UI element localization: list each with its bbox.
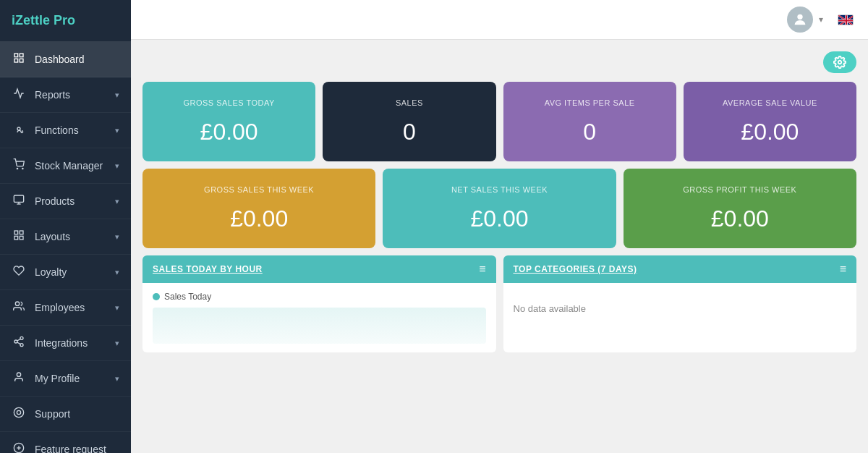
card-title-sales: SALES — [396, 98, 423, 107]
sidebar-item-loyalty[interactable]: Loyalty ▾ — [0, 255, 131, 290]
card-gross-sales-week: GROSS SALES THIS WEEK £0.00 — [142, 169, 375, 248]
loyalty-icon — [12, 265, 26, 279]
layouts-icon — [12, 229, 26, 244]
sidebar-label-dashboard: Dashboard — [35, 54, 85, 65]
svg-point-5 — [17, 168, 17, 169]
sidebar-item-support[interactable]: Support — [0, 397, 131, 432]
sidebar-label-loyalty: Loyalty — [35, 266, 67, 278]
card-title-net-sales-week: NET SALES THIS WEEK — [451, 185, 548, 194]
card-value-avg-items-per-sale: 0 — [583, 119, 596, 145]
settings-bar — [142, 51, 856, 73]
topbar: ▾ — [131, 0, 868, 40]
sidebar-label-integrations: Integrations — [35, 337, 88, 349]
card-title-avg-items-per-sale: AVG ITEMS PER SALE — [545, 98, 635, 107]
card-value-average-sale-value: £0.00 — [741, 119, 799, 145]
dashboard-icon — [12, 52, 26, 67]
card-value-gross-profit-week: £0.00 — [711, 206, 769, 232]
chart-menu-icon-top-categories[interactable]: ≡ — [840, 263, 846, 276]
svg-rect-0 — [14, 54, 18, 57]
card-title-gross-sales-week: GROSS SALES THIS WEEK — [204, 185, 314, 194]
chart-body-sales-by-hour: Sales Today — [142, 283, 496, 352]
chevron-icon-products: ▾ — [115, 197, 119, 206]
chart-header-top-categories: TOP CATEGORIES (7 DAYS) ≡ — [503, 255, 857, 283]
chart-title-top-categories[interactable]: TOP CATEGORIES (7 DAYS) — [514, 264, 637, 274]
sidebar-item-reports[interactable]: Reports ▾ — [0, 77, 131, 113]
svg-line-19 — [17, 339, 21, 341]
chevron-icon-integrations: ▾ — [115, 339, 119, 348]
legend-label-sales-by-hour: Sales Today — [164, 292, 211, 302]
chart-title-sales-by-hour[interactable]: SALES TODAY BY HOUR — [153, 264, 263, 274]
sidebar-item-employees[interactable]: Employees ▾ — [0, 290, 131, 326]
products-icon — [12, 194, 26, 208]
svg-point-20 — [17, 373, 20, 376]
sidebar-item-feature-request[interactable]: Feature request — [0, 432, 131, 453]
sidebar-item-dashboard[interactable]: Dashboard — [0, 42, 131, 77]
sidebar-label-support: Support — [35, 408, 70, 420]
user-avatar[interactable] — [787, 7, 813, 33]
svg-point-4 — [17, 127, 20, 130]
settings-button[interactable] — [823, 51, 856, 73]
app-logo: iZettle Pro — [0, 0, 131, 42]
sidebar-label-feature-request: Feature request — [35, 444, 106, 453]
reports-icon — [12, 88, 26, 102]
chevron-icon-functions: ▾ — [115, 126, 119, 135]
card-net-sales-week: NET SALES THIS WEEK £0.00 — [383, 169, 616, 248]
no-data-top-categories: No data available — [514, 292, 847, 326]
main-area: ▾ GROSS SALES TODAY £0.00 — [131, 0, 868, 453]
card-title-gross-sales-today: GROSS SALES TODAY — [183, 98, 275, 107]
card-sales: SALES 0 — [323, 82, 495, 161]
sidebar-item-functions[interactable]: Functions ▾ — [0, 113, 131, 148]
support-icon — [12, 407, 26, 421]
svg-point-21 — [14, 407, 23, 417]
sidebar-label-reports: Reports — [35, 89, 70, 101]
stock-manager-icon — [12, 158, 26, 173]
logo-suffix: Pro — [50, 13, 75, 27]
sidebar: iZettle Pro Dashboard Reports ▾ Function… — [0, 0, 131, 453]
sidebar-label-my-profile: My Profile — [35, 373, 80, 384]
chart-top-categories: TOP CATEGORIES (7 DAYS) ≡ No data availa… — [503, 255, 857, 352]
chevron-icon-reports: ▾ — [115, 90, 119, 100]
card-gross-profit-week: GROSS PROFIT THIS WEEK £0.00 — [624, 169, 856, 248]
svg-point-28 — [838, 61, 842, 64]
svg-point-22 — [17, 410, 20, 414]
chart-body-top-categories: No data available — [503, 283, 857, 341]
chart-legend-sales-by-hour: Sales Today — [153, 292, 486, 302]
card-gross-sales-today: GROSS SALES TODAY £0.00 — [142, 82, 315, 161]
chart-menu-icon-sales-by-hour[interactable]: ≡ — [479, 263, 485, 276]
svg-line-18 — [17, 342, 21, 344]
charts-row: SALES TODAY BY HOUR ≡ Sales Today TOP CA… — [142, 255, 856, 352]
chevron-icon-loyalty: ▾ — [115, 268, 119, 277]
sidebar-item-stock-manager[interactable]: Stock Manager ▾ — [0, 148, 131, 184]
sidebar-label-functions: Functions — [35, 124, 79, 136]
card-value-gross-sales-today: £0.00 — [200, 119, 258, 145]
svg-point-14 — [15, 302, 19, 305]
user-chevron-icon[interactable]: ▾ — [819, 14, 823, 25]
svg-rect-11 — [20, 231, 23, 234]
svg-rect-1 — [20, 54, 23, 57]
card-avg-items-per-sale: AVG ITEMS PER SALE 0 — [503, 82, 676, 161]
card-value-net-sales-week: £0.00 — [470, 206, 528, 232]
svg-rect-10 — [14, 231, 18, 234]
sidebar-label-products: Products — [35, 195, 75, 207]
chevron-icon-stock-manager: ▾ — [115, 161, 119, 171]
flag-icon[interactable] — [838, 14, 854, 25]
sidebar-label-employees: Employees — [35, 302, 85, 313]
svg-point-17 — [20, 344, 23, 347]
sidebar-item-integrations[interactable]: Integrations ▾ — [0, 326, 131, 361]
chevron-icon-layouts: ▾ — [115, 232, 119, 242]
my-profile-icon — [12, 371, 26, 386]
svg-rect-7 — [14, 195, 23, 202]
card-value-gross-sales-week: £0.00 — [230, 206, 288, 232]
metrics-row-2: GROSS SALES THIS WEEK £0.00 NET SALES TH… — [142, 169, 856, 248]
sidebar-label-stock-manager: Stock Manager — [35, 160, 103, 172]
sidebar-item-my-profile[interactable]: My Profile ▾ — [0, 361, 131, 397]
chart-sales-by-hour: SALES TODAY BY HOUR ≡ Sales Today — [142, 255, 496, 352]
metrics-row-1: GROSS SALES TODAY £0.00 SALES 0 AVG ITEM… — [142, 82, 856, 161]
dashboard-content: GROSS SALES TODAY £0.00 SALES 0 AVG ITEM… — [131, 40, 868, 453]
sidebar-item-products[interactable]: Products ▾ — [0, 184, 131, 219]
functions-icon — [12, 123, 26, 137]
svg-rect-2 — [14, 59, 18, 62]
sidebar-label-layouts: Layouts — [35, 231, 70, 242]
sidebar-item-layouts[interactable]: Layouts ▾ — [0, 219, 131, 255]
feature-request-icon — [12, 442, 26, 453]
